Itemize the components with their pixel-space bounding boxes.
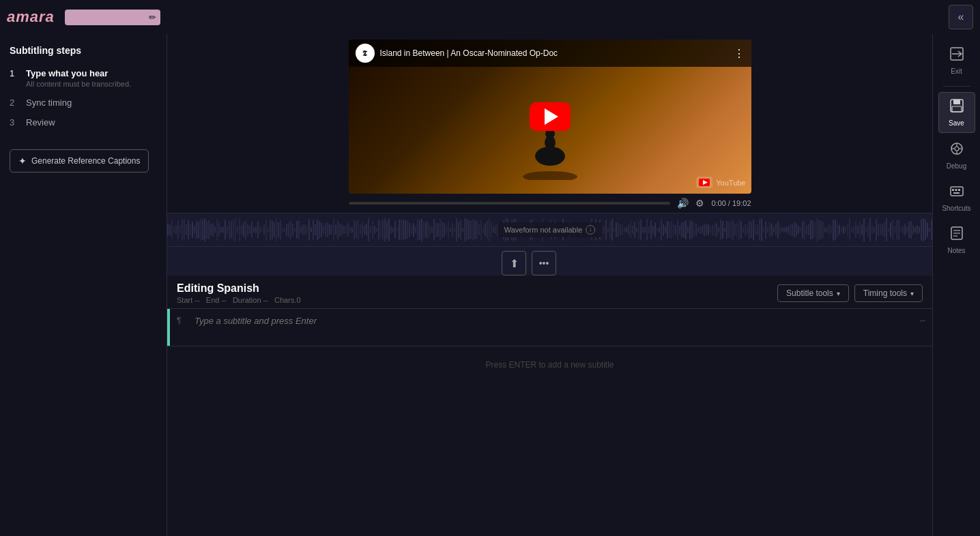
subtitle-upload-bar: ⬆ •••: [167, 247, 932, 276]
upload-button[interactable]: ⬆: [502, 251, 526, 276]
editing-tools: Subtitle tools ▾ Timing tools ▾: [777, 284, 923, 302]
exit-icon: [949, 46, 964, 65]
subtitle-dash: --: [913, 309, 932, 332]
back-arrows-button[interactable]: «: [949, 5, 973, 29]
video-controls: 🔊 ⚙ 0:00 / 19:02: [349, 194, 751, 213]
svg-rect-21: [953, 192, 960, 194]
play-triangle-icon: [545, 108, 558, 125]
shortcuts-icon: [949, 183, 964, 202]
right-sidebar: Exit Save: [932, 34, 980, 536]
video-container: 𝕿 Island in Between | An Oscar-Nominated…: [349, 40, 751, 213]
svg-rect-17: [951, 187, 963, 196]
youtube-watermark: YouTube: [696, 177, 745, 188]
time-display: 0:00 / 19:02: [711, 199, 751, 207]
svg-rect-18: [952, 189, 954, 191]
generate-reference-captions-button[interactable]: ✦ Generate Reference Captions: [10, 149, 149, 173]
subtitle-row-1: ¶ --: [167, 309, 932, 346]
subtitle-text-input[interactable]: [190, 309, 913, 346]
title-input[interactable]: [65, 10, 160, 25]
editing-header: Editing Spanish Start -- End -- Duration…: [167, 276, 932, 309]
generate-btn-label: Generate Reference Captions: [31, 156, 140, 166]
subtitle-paragraph-icon: ¶: [170, 309, 190, 346]
step-name-2: Sync timing: [26, 98, 72, 108]
video-title-bar: 𝕿 Island in Between | An Oscar-Nominated…: [349, 40, 751, 67]
step-item-2: 2 Sync timing: [10, 98, 157, 108]
youtube-watermark-text: YouTube: [716, 179, 745, 187]
exit-button[interactable]: Exit: [938, 41, 975, 80]
svg-point-0: [523, 171, 577, 180]
exit-label: Exit: [951, 68, 962, 75]
waveform-section: Waveform not available i: [167, 213, 932, 247]
progress-bar[interactable]: [349, 202, 671, 205]
step-desc-1: All content must be transcribed.: [26, 80, 131, 88]
more-dots-icon: •••: [539, 258, 549, 269]
app-logo: amara: [7, 8, 55, 26]
step-item-1: 1 Type what you hear All content must be…: [10, 68, 157, 88]
video-menu-dots[interactable]: ⋮: [734, 47, 745, 60]
notes-button[interactable]: Notes: [938, 220, 975, 260]
steps-list: 1 Type what you hear All content must be…: [10, 68, 157, 128]
debug-button[interactable]: Debug: [938, 136, 975, 175]
editing-meta: Start -- End -- Duration -- Chars.0: [177, 296, 301, 304]
svg-rect-9: [953, 100, 960, 104]
svg-point-12: [955, 147, 959, 151]
subtitle-tools-button[interactable]: Subtitle tools ▾: [777, 284, 849, 302]
svg-rect-19: [955, 189, 957, 191]
video-title: Island in Between | An Oscar-Nominated O…: [380, 48, 558, 58]
svg-rect-20: [958, 189, 960, 191]
waveform-not-available-label: Waveform not available i: [498, 222, 603, 237]
volume-icon[interactable]: 🔊: [677, 198, 689, 209]
svg-rect-10: [952, 106, 962, 112]
sparkle-icon: ✦: [18, 155, 27, 166]
video-player[interactable]: 𝕿 Island in Between | An Oscar-Nominated…: [349, 40, 751, 194]
debug-label: Debug: [947, 162, 966, 170]
step-item-3: 3 Review: [10, 117, 157, 128]
step-number-2: 2: [10, 98, 19, 108]
step-number-3: 3: [10, 117, 19, 128]
save-icon: [949, 98, 964, 117]
play-button[interactable]: [530, 102, 571, 131]
title-input-wrapper: ✏: [65, 10, 160, 25]
step-number-1: 1: [10, 68, 19, 78]
save-button[interactable]: Save: [938, 92, 975, 133]
save-label: Save: [949, 119, 964, 127]
subtitle-tools-chevron-icon: ▾: [837, 290, 840, 297]
shortcuts-button[interactable]: Shortcuts: [938, 178, 975, 218]
notes-icon: [949, 226, 964, 244]
settings-icon[interactable]: ⚙: [695, 198, 704, 209]
subtitle-input-area: ¶ -- Press ENTER to add a new subtitle: [167, 309, 932, 536]
editing-language-title: Editing Spanish: [177, 282, 301, 295]
youtube-icon: 𝕿: [356, 44, 375, 63]
center-area: 𝕿 Island in Between | An Oscar-Nominated…: [167, 34, 932, 536]
more-options-button[interactable]: •••: [532, 251, 556, 276]
video-section: 𝕿 Island in Between | An Oscar-Nominated…: [167, 34, 932, 213]
upload-icon: ⬆: [510, 257, 519, 270]
left-sidebar: Subtitling steps 1 Type what you hear Al…: [0, 34, 167, 536]
timing-tools-chevron-icon: ▾: [910, 290, 914, 297]
step-name-3: Review: [26, 117, 55, 128]
waveform-info-icon[interactable]: i: [586, 225, 595, 235]
debug-icon: [949, 141, 964, 160]
svg-point-1: [535, 147, 565, 166]
notes-label: Notes: [947, 247, 965, 254]
timing-tools-button[interactable]: Timing tools ▾: [854, 284, 923, 302]
enter-hint: Press ENTER to add a new subtitle: [167, 346, 932, 383]
subtitling-steps-title: Subtitling steps: [10, 45, 157, 56]
editing-area: Editing Spanish Start -- End -- Duration…: [167, 276, 932, 536]
step-name-1: Type what you hear: [26, 68, 131, 78]
shortcuts-label: Shortcuts: [942, 205, 970, 212]
